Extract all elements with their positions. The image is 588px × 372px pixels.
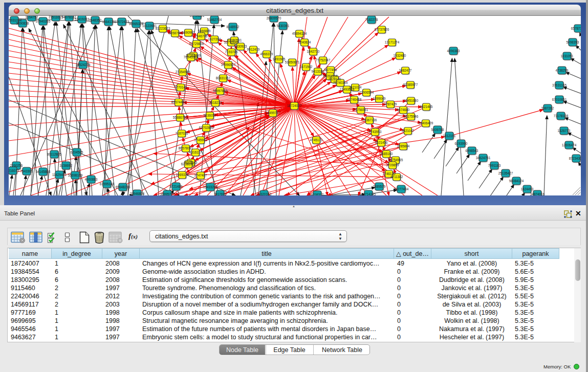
svg-text:7346706: 7346706 [195, 34, 208, 38]
svg-text:6193990: 6193990 [455, 142, 468, 145]
svg-text:1812191: 1812191 [443, 134, 456, 138]
svg-text:87234309: 87234309 [569, 157, 581, 160]
svg-text:80831367: 80831367 [216, 76, 231, 80]
svg-text:10524278: 10524278 [76, 63, 91, 67]
svg-text:13433200: 13433200 [203, 185, 218, 189]
svg-text:1824493: 1824493 [521, 187, 534, 191]
svg-text:5466889: 5466889 [198, 29, 211, 33]
svg-text:25135427: 25135427 [498, 171, 513, 175]
svg-text:1969379: 1969379 [176, 173, 189, 177]
svg-text:74367136: 74367136 [362, 118, 377, 122]
svg-text:49894134: 49894134 [292, 32, 307, 35]
svg-text:4896383: 4896383 [447, 49, 460, 53]
svg-text:11429401: 11429401 [52, 173, 67, 177]
svg-text:80112805: 80112805 [47, 152, 61, 156]
svg-text:3685160: 3685160 [380, 152, 393, 156]
svg-text:7193745: 7193745 [225, 50, 238, 54]
svg-text:85574443: 85574443 [171, 100, 186, 104]
svg-text:1399049: 1399049 [373, 97, 386, 100]
svg-text:8148932: 8148932 [227, 25, 239, 29]
svg-text:34874016: 34874016 [530, 192, 545, 195]
svg-text:54145868: 54145868 [36, 170, 51, 173]
svg-text:36995777: 36995777 [160, 192, 175, 195]
svg-text:76320163: 76320163 [257, 192, 272, 195]
svg-text:9636057: 9636057 [204, 114, 216, 117]
svg-text:18724007: 18724007 [287, 104, 302, 107]
svg-text:7543303: 7543303 [20, 169, 33, 173]
svg-text:37672423: 37672423 [115, 20, 129, 24]
svg-text:23511615: 23511615 [49, 16, 63, 19]
svg-text:5098393: 5098393 [567, 40, 579, 44]
svg-text:7917693: 7917693 [214, 192, 227, 195]
svg-text:1326773: 1326773 [558, 129, 571, 133]
svg-text:8708317: 8708317 [311, 193, 324, 195]
svg-text:62702895: 62702895 [199, 126, 214, 129]
svg-text:4316117: 4316117 [189, 150, 202, 154]
svg-text:4060883: 4060883 [85, 178, 98, 181]
svg-text:3709859: 3709859 [386, 163, 399, 167]
svg-text:1330923: 1330923 [234, 45, 247, 48]
svg-text:73178108: 73178108 [554, 114, 569, 118]
svg-text:2421024: 2421024 [349, 85, 362, 89]
svg-text:3890838: 3890838 [16, 21, 29, 25]
svg-text:1842710: 1842710 [307, 50, 320, 53]
svg-text:98084124: 98084124 [509, 179, 524, 183]
svg-text:71906594: 71906594 [359, 91, 374, 94]
svg-text:60385977: 60385977 [403, 83, 418, 86]
svg-text:65787133: 65787133 [571, 27, 581, 30]
svg-text:3285884: 3285884 [397, 144, 410, 148]
svg-text:6204505: 6204505 [71, 150, 83, 154]
svg-text:14499727: 14499727 [266, 111, 280, 115]
svg-text:79740344: 79740344 [333, 81, 348, 84]
svg-text:9743953: 9743953 [369, 130, 382, 134]
svg-text:1031051: 1031051 [561, 54, 574, 58]
svg-text:3518233: 3518233 [209, 101, 222, 104]
svg-text:82175946: 82175946 [404, 115, 419, 118]
svg-text:2787429: 2787429 [384, 102, 397, 106]
svg-text:94406409: 94406409 [419, 121, 433, 125]
svg-text:77752047: 77752047 [316, 58, 331, 62]
svg-text:6658760: 6658760 [169, 31, 182, 35]
svg-text:67010651: 67010651 [552, 98, 567, 101]
svg-text:71756551: 71756551 [354, 108, 368, 112]
svg-text:62386922: 62386922 [181, 162, 196, 166]
svg-text:4216073: 4216073 [9, 169, 19, 172]
svg-text:71746488: 71746488 [347, 98, 362, 101]
svg-text:62729806: 62729806 [189, 42, 204, 46]
svg-text:7648350: 7648350 [89, 18, 102, 22]
svg-text:69784801: 69784801 [190, 16, 205, 17]
svg-text:5674680: 5674680 [397, 108, 410, 112]
svg-text:7991183: 7991183 [488, 164, 501, 167]
svg-text:2328120: 2328120 [329, 77, 341, 81]
svg-text:34624751: 34624751 [476, 156, 491, 160]
svg-text:5009788: 5009788 [431, 128, 444, 132]
svg-text:81754965: 81754965 [388, 158, 403, 162]
svg-text:81223623: 81223623 [156, 27, 170, 30]
svg-text:1671902: 1671902 [300, 65, 313, 69]
svg-text:51462704: 51462704 [207, 18, 222, 21]
svg-text:4738299: 4738299 [556, 69, 569, 72]
svg-text:61595148: 61595148 [100, 182, 115, 186]
svg-text:55698169: 55698169 [68, 173, 83, 177]
svg-text:12606474: 12606474 [562, 143, 577, 147]
svg-text:67737826: 67737826 [375, 28, 389, 31]
svg-text:34714345: 34714345 [361, 192, 376, 195]
svg-text:15451680: 15451680 [404, 99, 419, 102]
svg-text:96965328: 96965328 [129, 22, 144, 26]
svg-text:17080531: 17080531 [227, 38, 242, 42]
svg-text:2260256: 2260256 [10, 164, 23, 167]
svg-text:7770143: 7770143 [175, 85, 187, 89]
svg-text:9413186: 9413186 [312, 70, 324, 73]
svg-text:55886753: 55886753 [173, 116, 188, 119]
svg-text:9821465: 9821465 [420, 105, 433, 108]
svg-text:3747407: 3747407 [194, 173, 207, 177]
svg-text:9421047: 9421047 [402, 129, 415, 133]
svg-text:10122691: 10122691 [142, 24, 157, 28]
svg-text:5240824: 5240824 [298, 40, 311, 44]
svg-text:27354549: 27354549 [176, 70, 190, 74]
svg-text:8721489: 8721489 [170, 185, 183, 188]
svg-text:9521456: 9521456 [375, 141, 388, 144]
svg-text:3164752: 3164752 [26, 16, 38, 19]
svg-text:7182278: 7182278 [365, 18, 378, 21]
svg-text:3387262: 3387262 [541, 106, 554, 110]
